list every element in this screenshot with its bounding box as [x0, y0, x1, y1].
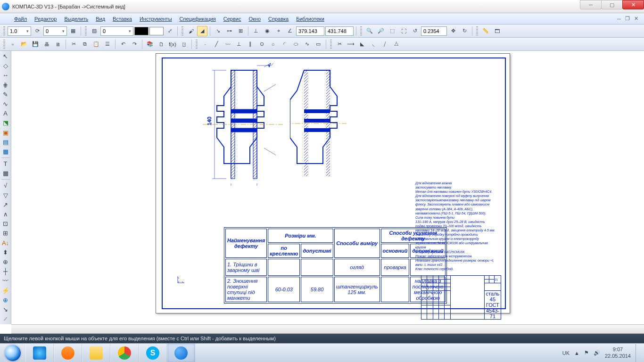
menu-libs[interactable]: Библиотеки — [292, 15, 328, 23]
centerline-icon[interactable]: ⊕ — [1, 257, 10, 266]
menu-view[interactable]: Вид — [92, 15, 109, 23]
preview-icon[interactable]: 🗎 — [53, 39, 63, 49]
drawing-canvas[interactable]: 140 80 √ — [11, 51, 644, 324]
base-icon[interactable]: ▽ — [1, 191, 10, 200]
open-icon[interactable]: 📂 — [19, 39, 29, 49]
show-desktop-button[interactable] — [636, 344, 639, 362]
perp-icon[interactable]: ⊥ — [234, 39, 244, 49]
taskbar-explorer[interactable] — [82, 344, 110, 362]
menu-tools[interactable]: Инструменты — [136, 15, 176, 23]
props-icon[interactable]: ☰ — [102, 39, 113, 49]
text-a-icon[interactable]: A — [1, 109, 10, 118]
section-icon[interactable]: ⬍ — [1, 248, 10, 257]
report-tool-icon[interactable]: ▦ — [1, 147, 10, 156]
angle-snap-icon[interactable]: ∠ — [285, 26, 295, 36]
autoaxis-icon[interactable]: ↘ — [1, 305, 10, 314]
menu-insert[interactable]: Вставка — [109, 15, 136, 23]
roughness-icon[interactable]: √ — [1, 181, 10, 190]
taskbar-media[interactable] — [54, 344, 82, 362]
fx-icon[interactable]: f(x) — [167, 39, 178, 49]
arrow-icon[interactable]: A↓ — [1, 238, 10, 247]
taskbar-skype[interactable]: S — [139, 344, 167, 362]
param-tool-icon[interactable]: ∿ — [1, 99, 10, 108]
color-swatch-white[interactable] — [149, 27, 164, 35]
save-icon[interactable]: 💾 — [30, 39, 41, 49]
property-panel-collapsed[interactable] — [11, 324, 644, 334]
arc-icon[interactable]: ◜ — [279, 39, 289, 49]
mdi-minimize[interactable]: ─ — [616, 16, 622, 22]
grid-icon[interactable]: ⊞ — [235, 26, 246, 36]
polyline-icon[interactable]: 〰 — [223, 39, 233, 49]
tray-clock[interactable]: 9:07 22.05.2014 — [605, 346, 631, 359]
new-icon[interactable]: ▫ — [8, 39, 18, 49]
hatch-icon[interactable]: ▨ — [89, 26, 99, 36]
ellipse-icon[interactable]: ⬭ — [290, 39, 301, 49]
bolt-icon[interactable]: ⚡ — [1, 286, 10, 295]
menu-spec[interactable]: Спецификация — [176, 15, 220, 23]
mdi-restore[interactable]: ❐ — [624, 16, 631, 22]
zoom-fit-icon[interactable]: ⛶ — [398, 26, 409, 36]
parallel-icon[interactable]: ∥ — [245, 39, 256, 49]
break-icon[interactable]: ⧸ — [380, 39, 390, 49]
coord-y-input[interactable] — [325, 26, 354, 36]
highlight-icon[interactable]: ◢ — [197, 26, 207, 36]
dimension-tool-icon[interactable]: ↔ — [1, 71, 10, 80]
circle-icon[interactable]: ○ — [268, 39, 278, 49]
leader-icon[interactable]: ↗ — [1, 200, 10, 209]
scale-combo[interactable]: 1.0 — [8, 26, 31, 36]
menu-window[interactable]: Окно — [245, 15, 264, 23]
position-icon[interactable]: ⊡ — [1, 219, 10, 228]
brush-icon[interactable]: 🖌 — [186, 26, 196, 36]
menu-help[interactable]: Справка — [264, 15, 292, 23]
color-swatch-black[interactable] — [134, 27, 149, 35]
zoom-redo-icon[interactable]: ↻ — [459, 26, 470, 36]
menu-file[interactable]: Файл — [10, 15, 31, 23]
tray-flag-icon[interactable]: ⚑ — [584, 350, 589, 356]
menu-service[interactable]: Сервис — [220, 15, 245, 23]
point-icon[interactable]: · — [200, 39, 210, 49]
mdi-close[interactable]: ✕ — [633, 16, 639, 22]
chamfer-icon[interactable]: ◣ — [357, 39, 367, 49]
tolerance-icon[interactable]: ⊞ — [1, 229, 10, 238]
pan-icon[interactable]: ✥ — [448, 26, 458, 36]
zoom-prev-icon[interactable]: ↺ — [410, 26, 420, 36]
menu-select[interactable]: Выделить — [60, 15, 92, 23]
refresh-icon[interactable]: ⟳ — [32, 26, 42, 36]
step-combo[interactable]: 0 — [43, 26, 67, 36]
library-icon[interactable]: 📚 — [145, 39, 155, 49]
undo-icon[interactable]: ↶ — [118, 39, 128, 49]
spec-icon[interactable]: 🗋 — [156, 39, 166, 49]
snap-mid-icon[interactable]: ⊶ — [224, 26, 234, 36]
taskbar-ie[interactable] — [25, 344, 54, 362]
measure-icon[interactable]: 📏 — [480, 26, 491, 36]
start-button[interactable] — [0, 344, 25, 362]
select-tool-icon[interactable]: ↖ — [1, 52, 10, 61]
axis-icon[interactable]: ┼ — [1, 267, 10, 276]
measure-tool-icon[interactable]: ⬔ — [1, 118, 10, 127]
snap-end-icon[interactable]: ↘ — [213, 26, 223, 36]
redo-icon[interactable]: ↷ — [129, 39, 140, 49]
help-icon[interactable]: ⍰ — [179, 39, 189, 49]
round-icon[interactable]: ◉ — [262, 26, 272, 36]
zoom-in-icon[interactable]: 🔍 — [364, 26, 375, 36]
designation-tool-icon[interactable]: ⋕ — [1, 81, 10, 90]
trim-icon[interactable]: ✂ — [334, 39, 345, 49]
tray-up-icon[interactable]: ▲ — [574, 350, 579, 356]
paste-icon[interactable]: 📋 — [91, 39, 101, 49]
edit-tool-icon[interactable]: ✎ — [1, 90, 10, 99]
taskbar-kompas[interactable] — [167, 344, 195, 362]
tray-lang[interactable]: UK — [562, 350, 570, 356]
brand-icon[interactable]: ∧ — [1, 210, 10, 219]
menu-edit[interactable]: Редактор — [31, 15, 60, 23]
variables-icon[interactable]: 🗔 — [492, 26, 502, 36]
print-icon[interactable]: 🖶 — [41, 39, 52, 49]
zoom-window-icon[interactable]: ⬚ — [387, 26, 397, 36]
cut-icon[interactable]: ✂ — [68, 39, 79, 49]
extend-icon[interactable]: ⟶ — [346, 39, 356, 49]
spec-tool-icon[interactable]: ▤ — [1, 138, 10, 147]
layer-state-icon[interactable]: ▦ — [68, 26, 78, 36]
rect-icon[interactable]: ▭ — [313, 39, 323, 49]
zoom-out-icon[interactable]: 🔎 — [376, 26, 386, 36]
wave-icon[interactable]: 〰 — [1, 276, 10, 285]
close-button[interactable]: ✕ — [622, 0, 644, 9]
